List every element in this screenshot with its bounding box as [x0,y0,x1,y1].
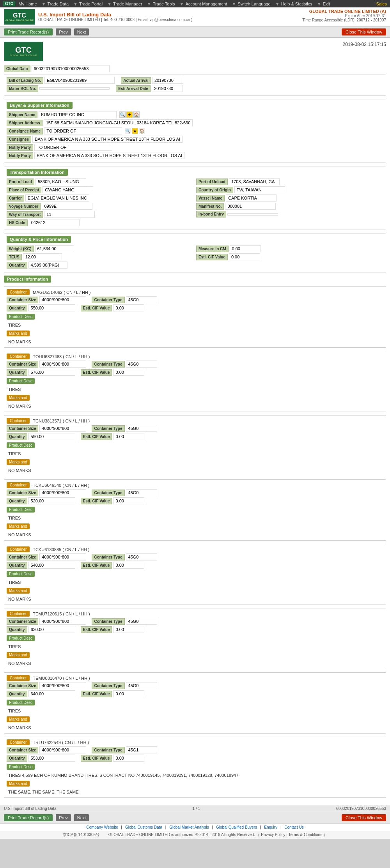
container-id-2: TCNU3813571 ( CN / L / HH ) [33,419,90,423]
print-button-top[interactable]: Print Trade Record(s) [4,28,53,35]
container-size-label-4: Container Size [7,554,38,560]
nav-trade-portal[interactable]: Trade Portal [79,2,103,6]
shipper-name-label: Shipper Name [7,111,37,118]
copyright-text: GLOBAL TRADE ONLINE LIMITED is authorize… [108,833,327,837]
nav-trade-tools[interactable]: Trade Tools [153,2,175,6]
company-name: GLOBAL TRADE ONLINE LIMITED (A) [302,9,386,14]
marks-label-2: Marks and [7,459,30,465]
container-qty-row-2: Quantity 590.00 Estl. CIF Value 0.00 [7,433,383,440]
nav-switch-language[interactable]: Switch Language [238,2,270,6]
product-desc-header-3: Product Desc [7,506,383,514]
star-icon-2[interactable]: ★ [132,128,138,134]
prev-button-bottom[interactable]: Prev [56,814,71,821]
nav-account-management[interactable]: Account Management [185,2,227,6]
hs-code-value: 042612 [29,219,80,226]
search-icon-2[interactable]: 🔍 [125,128,131,134]
notify-party2-row: Notify Party BANK OF AMERICA N A 333 SOU… [7,152,383,159]
container-section-5: Container TEMU7120615 ( CN / L / HH ) Co… [4,608,386,669]
port-unload-value: 1703, SAVANNAH, GA [229,178,280,185]
nav-trade-manager[interactable]: Trade Manager [113,2,142,6]
in-bond-value [227,213,278,216]
nav-my-home[interactable]: My Home [18,2,37,6]
port-load-row: Port of Load 58309, KAO HSIUNG [7,178,194,185]
qty-summary-label: Quantity [7,262,27,269]
port-load-value: 58309, KAO HSIUNG [35,178,86,185]
close-button-bottom[interactable]: Close This Window [342,814,386,821]
product-desc-value-4: TIRES [7,579,383,585]
manifest-label: Manifest No. [196,203,224,210]
time-range: Time Range Accessible (LDR): 200712 - 20… [302,18,386,22]
product-desc-label-3: Product Desc [7,507,35,513]
actual-arrival-label: Actual Arrival [121,77,151,84]
container-id-row-4: Container TCKU6133885 ( CN / L / HH ) [7,546,383,552]
container-cif-value-2: 0.00 [113,433,144,440]
actual-arrival-value: 20190730 [152,77,183,84]
product-desc-header-0: Product Desc [7,313,383,321]
footer-link-market[interactable]: Global Market Analysis [169,825,209,829]
header-left: GTC GLOBAL TRADE ONLINE U.S. Import Bill… [4,9,192,25]
search-icon[interactable]: 🔍 [119,111,126,118]
footer-link-customs[interactable]: Global Customs Data [125,825,162,829]
header-contact: GLOBAL TRADE ONLINE LIMITED | Tel: 400-7… [38,18,192,22]
product-desc-value-3: TIRES [7,515,383,521]
nav-exit[interactable]: Exit [323,2,330,6]
footer-link-contact[interactable]: Contact Us [284,825,303,829]
manifest-row: Manifest No. 000001 [196,203,383,210]
shipper-name-value: KUMHO TIRE CO INC [39,111,117,118]
consignee-icons: 🔍 ★ 🏠 [125,128,145,134]
product-desc-header-7: Product Desc [7,763,383,771]
mater-bol-value [39,87,110,90]
container-id-row-2: Container TCNU3813571 ( CN / L / HH ) [7,418,383,424]
port-unload-row: Port of Unload 1703, SAVANNAH, GA [196,178,383,185]
print-button-bottom[interactable]: Print Trade Record(s) [4,814,53,821]
container-size-value-0: 4000*900*800 [39,296,86,303]
place-receipt-value: GWANG YANG [43,186,93,193]
marks-header-1: Marks and [7,394,383,402]
container-size-row-0: Container Size 4000*900*800 Container Ty… [7,296,383,303]
container-size-row-6: Container Size 4000*900*800 Container Ty… [7,682,383,689]
container-id-5: TEMU7120615 ( CN / L / HH ) [33,612,90,616]
page-footer: U.S. Import Bill of Lading Data 1 / 1 60… [0,805,390,812]
product-desc-label-0: Product Desc [7,314,35,320]
container-id-7: TRLU7622549 ( CN / L / HH ) [33,740,89,745]
next-button-top[interactable]: Next [74,28,89,35]
product-desc-value-2: TIRES [7,451,383,457]
shipper-address-row: Shipper Address 15F 68 SAEMUNAN-RO JONGN… [7,119,383,126]
container-qty-label-0: Quantity [7,305,27,311]
product-desc-label-4: Product Desc [7,571,35,577]
notify-party2-label: Notify Party [7,152,33,159]
container-qty-value-0: 550.00 [28,304,75,311]
container-id-row-7: Container TRLU7622549 ( CN / L / HH ) [7,739,383,745]
marks-label-0: Marks and [7,331,30,336]
home-icon-2[interactable]: 🏠 [139,128,145,134]
notify-party1-value: TO ORDER OF [34,144,112,151]
nav-trade-data[interactable]: Trade Data [47,2,69,6]
container-qty-value-6: 640.00 [28,690,75,697]
container-cif-label-1: Estl. CIF Value [81,369,112,376]
container-type-label-7: Container Type [92,747,124,753]
hs-code-label: HS Code [7,219,28,226]
container-type-value-3: 45G0 [126,489,157,496]
star-icon[interactable]: ★ [126,111,133,118]
consignee-name-value: TO ORDER OF [44,127,122,134]
product-desc-value-7: TIRES 4,599 ECH OF KUMHO BRAND TIRES. $ … [7,772,383,778]
global-data-row: Global Data 60032019073100000026553 [4,65,386,72]
product-desc-label-2: Product Desc [7,442,35,448]
container-size-label-7: Container Size [7,747,38,753]
next-button-bottom[interactable]: Next [74,814,89,821]
marks-header-3: Marks and [7,522,383,530]
home-icon[interactable]: 🏠 [133,111,140,118]
country-origin-row: Country of Origin TW, TAIWAN [196,186,383,193]
close-button-top[interactable]: Close This Window [342,28,386,35]
consignee-value: BANK OF AMERICA N A 333 SOUTH HOPE STREE… [32,136,183,143]
nav-help-statistics[interactable]: Help & Statistics [281,2,312,6]
container-type-label-2: Container Type [92,425,124,432]
footer-link-company[interactable]: Company Website [86,825,118,829]
voyage-label: Voyage Number [7,203,41,210]
transportation-label: Transportation Information [7,169,68,176]
footer-link-buyers[interactable]: Global Qualified Buyers [216,825,257,829]
product-desc-label-6: Product Desc [7,700,35,705]
prev-button-top[interactable]: Prev [56,28,71,35]
quantity-price-label: Quantity & Price Information [7,236,71,243]
footer-link-enquiry[interactable]: Enquiry [264,825,277,829]
